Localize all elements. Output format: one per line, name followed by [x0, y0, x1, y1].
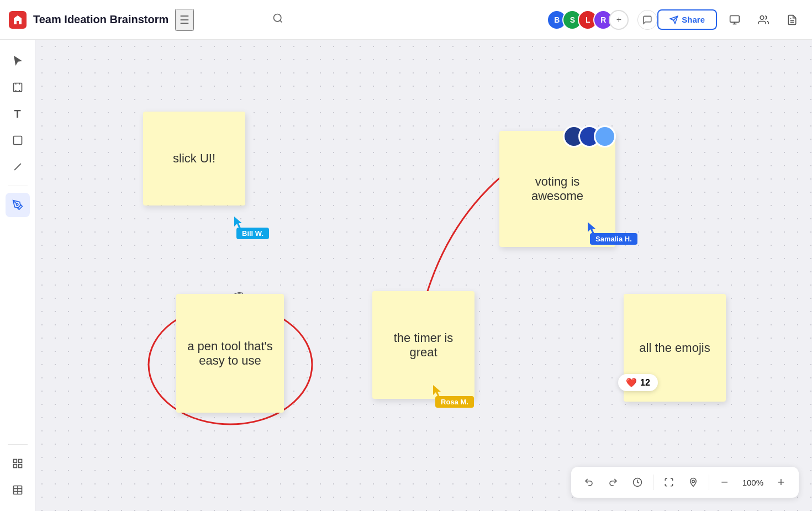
sticky-slick-ui[interactable]: slick UI! [143, 112, 245, 206]
svg-rect-20 [13, 465, 17, 468]
share-label: Share [682, 15, 705, 24]
cursor-rosa: Rosa M. [433, 385, 444, 401]
cursor-bill: Bill W. [234, 217, 245, 232]
heart-emoji: ❤️ [626, 377, 637, 388]
text-tool[interactable]: T [6, 102, 30, 126]
toolbar-divider [653, 475, 653, 490]
collaborators-section: B S L R + [547, 10, 657, 30]
history-button[interactable] [626, 471, 648, 493]
svg-rect-15 [13, 136, 22, 145]
avatar-stack: B S L R + [547, 10, 629, 30]
table-tool[interactable] [6, 478, 30, 502]
svg-rect-10 [13, 83, 22, 92]
app-logo [9, 11, 27, 29]
zoom-out-button[interactable]: − [714, 471, 736, 493]
toolbar-divider-2 [709, 475, 709, 490]
page-title: Team Ideation Brainstorm [33, 13, 168, 26]
menu-button[interactable]: ☰ [175, 9, 194, 31]
svg-point-0 [274, 14, 281, 22]
cursor-rosa-label: Rosa M. [435, 396, 474, 408]
left-toolbar: T [0, 40, 35, 511]
line-tool[interactable] [6, 155, 30, 179]
sticky-slick-ui-text: slick UI! [173, 151, 215, 166]
add-collaborator-button[interactable]: + [609, 10, 629, 30]
svg-rect-4 [730, 15, 740, 22]
toolbar-divider-2 [8, 444, 28, 445]
notes-button[interactable] [781, 9, 803, 31]
undo-button[interactable] [578, 471, 600, 493]
heart-reaction: ❤️ 12 [618, 374, 658, 391]
sticky-timer-text: the timer is great [383, 331, 463, 360]
svg-line-16 [14, 164, 21, 170]
zoom-level: 100% [738, 478, 768, 487]
grid-tool[interactable] [6, 451, 30, 476]
sticky-pen-tool-text: a pen tool that's easy to use [187, 339, 273, 368]
present-button[interactable] [724, 9, 746, 31]
select-tool[interactable] [6, 49, 30, 73]
header: Team Ideation Brainstorm ☰ B S L R + Sha… [0, 0, 812, 40]
location-button[interactable] [682, 471, 704, 493]
zoom-in-button[interactable]: + [770, 471, 792, 493]
cursor-samalia-label: Samalia H. [590, 233, 637, 245]
share-button[interactable]: Share [657, 9, 717, 30]
svg-rect-19 [18, 460, 22, 463]
canvas-svg [35, 40, 812, 511]
participants-button[interactable] [752, 9, 774, 31]
vote-circle-3 [594, 125, 616, 147]
pen-tool[interactable] [6, 193, 30, 217]
frame-tool[interactable] [6, 75, 30, 99]
header-left: Team Ideation Brainstorm ☰ [9, 9, 268, 31]
redo-button[interactable] [602, 471, 624, 493]
cursor-bill-label: Bill W. [236, 228, 269, 239]
shape-tool[interactable] [6, 128, 30, 152]
svg-point-28 [692, 480, 694, 483]
reaction-count: 12 [640, 378, 650, 388]
svg-point-17 [16, 204, 18, 206]
sticky-timer[interactable]: the timer is great [372, 291, 474, 399]
cursor-samalia: Samalia H. [588, 222, 599, 238]
search-button[interactable] [268, 8, 288, 31]
sticky-emojis-text: all the emojis [639, 341, 710, 355]
vote-circles [563, 125, 616, 147]
chat-button[interactable] [637, 10, 657, 30]
svg-point-7 [760, 15, 764, 19]
svg-line-1 [280, 20, 282, 23]
bottom-toolbar: − 100% + [571, 467, 799, 498]
toolbar-divider [8, 186, 28, 186]
sticky-voting-text: voting is awesome [510, 175, 604, 203]
svg-rect-21 [18, 465, 22, 468]
canvas[interactable]: ✏ slick UI! a pen tool that's easy to us… [35, 40, 812, 511]
header-right: Share [657, 9, 803, 31]
fit-screen-button[interactable] [658, 471, 680, 493]
sticky-pen-tool[interactable]: a pen tool that's easy to use [176, 294, 284, 413]
svg-rect-18 [13, 460, 17, 463]
